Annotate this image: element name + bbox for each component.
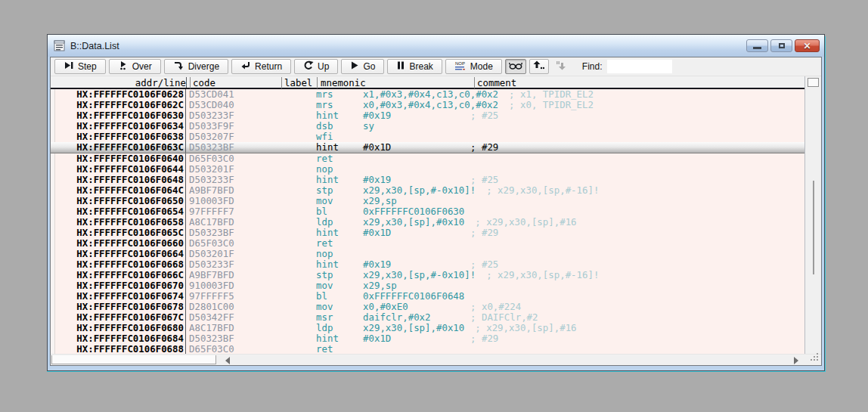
cell-label bbox=[259, 312, 313, 323]
list-row[interactable]: HX:FFFFFFC0106F0634D5033F9Fdsbsy bbox=[51, 121, 804, 132]
list-row[interactable]: HX:FFFFFFC0106F0660D65F03C0ret bbox=[51, 238, 804, 249]
column-header-label[interactable]: label bbox=[281, 77, 312, 88]
cell-address: HX:FFFFFFC0106F0650 bbox=[55, 196, 186, 206]
button-label: Up bbox=[318, 61, 329, 72]
cell-address: HX:FFFFFFC0106F0654 bbox=[55, 206, 186, 217]
go-button[interactable]: Go bbox=[341, 59, 384, 74]
arrow-up-dots-button[interactable] bbox=[529, 59, 549, 74]
cell-address: HX:FFFFFFC0106F0648 bbox=[55, 175, 186, 185]
column-header-addr[interactable]: addr/line bbox=[55, 77, 186, 88]
step-over-icon bbox=[118, 60, 129, 73]
list-row[interactable]: HX:FFFFFFC0106F0650910003FDmovx29,sp bbox=[51, 196, 804, 206]
maximize-button[interactable] bbox=[770, 39, 792, 52]
list-row[interactable]: HX:FFFFFFC0106F0678D2801C00movx0,#0xE0; … bbox=[51, 302, 804, 312]
cell-mnemonic: hint bbox=[313, 333, 363, 344]
list-row[interactable]: HX:FFFFFFC0106F0630D503233Fhint#0x19; #2… bbox=[51, 110, 804, 121]
cell-mnemonic: mrs bbox=[313, 100, 363, 110]
up-button[interactable]: Up bbox=[294, 59, 338, 74]
cell-operands: x29,x30,[sp,#-0x10]! bbox=[363, 270, 486, 280]
break-button[interactable]: Break bbox=[387, 59, 442, 74]
cell-operands: sy bbox=[363, 121, 470, 132]
list-row[interactable]: HX:FFFFFFC0106F065CD50323BFhint#0x1D; #2… bbox=[51, 228, 804, 238]
scroll-position-indicator bbox=[813, 181, 814, 274]
cell-code: D503233F bbox=[186, 259, 259, 270]
list-row[interactable]: HX:FFFFFFC0106F067CD50342FFmsrdaifclr,#0… bbox=[51, 312, 804, 323]
cell-label bbox=[259, 89, 313, 100]
over-button[interactable]: Over bbox=[109, 59, 161, 74]
cell-operands: 0xFFFFFFC0106F0630 bbox=[363, 206, 475, 217]
cell-mnemonic: bl bbox=[313, 291, 363, 302]
cell-mnemonic: bl bbox=[313, 206, 363, 217]
list-row[interactable]: HX:FFFFFFC0106F062CD53CD040mrsx0,#0x3,#0… bbox=[51, 100, 804, 110]
cell-address: HX:FFFFFFC0106F0678 bbox=[55, 302, 186, 312]
list-row[interactable]: HX:FFFFFFC0106F0688D65F03C0ret bbox=[51, 344, 804, 354]
list-row[interactable]: HX:FFFFFFC0106F064CA9BF7BFDstpx29,x30,[s… bbox=[51, 185, 804, 196]
list-row[interactable]: HX:FFFFFFC0106F0648D503233Fhint#0x19; #2… bbox=[51, 175, 804, 185]
list-row[interactable]: HX:FFFFFFC0106F0684D50323BFhint#0x1D; #2… bbox=[51, 333, 804, 344]
cell-operands bbox=[363, 153, 470, 164]
step-button[interactable]: Step bbox=[54, 59, 106, 74]
cell-address: HX:FFFFFFC0106F0634 bbox=[55, 121, 186, 132]
column-header-comment[interactable]: comment bbox=[474, 77, 516, 88]
cell-label bbox=[259, 142, 313, 153]
minimize-button[interactable] bbox=[746, 39, 768, 52]
list-row-selected[interactable]: HX:FFFFFFC0106F063CD50323BFhint#0x1D; #2… bbox=[51, 142, 804, 153]
list-row[interactable]: HX:FFFFFFC0106F0638D503207Fwfi bbox=[51, 132, 804, 142]
cell-comment bbox=[475, 206, 804, 217]
cell-mnemonic: mov bbox=[313, 280, 363, 291]
vertical-scrollbar-thumb[interactable] bbox=[808, 78, 819, 87]
list-row[interactable]: HX:FFFFFFC0106F0658A8C17BFDldpx29,x30,[s… bbox=[51, 217, 804, 228]
find-input[interactable] bbox=[607, 60, 672, 73]
disassembly-listing: addr/line code label mnemonic comment HX… bbox=[51, 76, 804, 354]
list-row[interactable]: HX:FFFFFFC0106F066CA9BF7BFDstpx29,x30,[s… bbox=[51, 270, 804, 280]
return-button[interactable]: Return bbox=[231, 59, 291, 74]
spectacles-button[interactable] bbox=[505, 59, 526, 74]
title-bar[interactable]: B::Data.List ✕ bbox=[48, 35, 824, 57]
cell-mnemonic: nop bbox=[313, 249, 363, 259]
cell-mnemonic: hint bbox=[313, 142, 363, 153]
horizontal-scrollbar[interactable] bbox=[51, 354, 821, 365]
close-button[interactable]: ✕ bbox=[795, 39, 820, 52]
list-row[interactable]: HX:FFFFFFC0106F0664D503201Fnop bbox=[51, 249, 804, 259]
list-row[interactable]: HX:FFFFFFC0106F065497FFFFF7bl0xFFFFFFC01… bbox=[51, 206, 804, 217]
cell-code: 910003FD bbox=[186, 280, 259, 291]
vertical-scrollbar[interactable] bbox=[804, 76, 821, 354]
cell-mnemonic: hint bbox=[313, 175, 363, 185]
mode-button[interactable]: NOPMode bbox=[445, 59, 502, 74]
cell-comment bbox=[470, 344, 804, 354]
cell-code: D50323BF bbox=[186, 333, 259, 344]
cell-operands: #0x19 bbox=[363, 110, 470, 121]
cell-address: HX:FFFFFFC0106F0664 bbox=[55, 249, 186, 259]
list-row[interactable]: HX:FFFFFFC0106F0680A8C17BFDldpx29,x30,[s… bbox=[51, 323, 804, 333]
list-row[interactable]: HX:FFFFFFC0106F0668D503233Fhint#0x19; #2… bbox=[51, 259, 804, 270]
cell-code: D53CD040 bbox=[186, 100, 259, 110]
list-row[interactable]: HX:FFFFFFC0106F067497FFFFF5bl0xFFFFFFC01… bbox=[51, 291, 804, 302]
cell-code: D65F03C0 bbox=[186, 238, 259, 249]
cell-label bbox=[259, 196, 313, 206]
cell-label bbox=[259, 100, 313, 110]
break-pause-icon bbox=[396, 60, 405, 73]
scroll-left-button[interactable] bbox=[223, 356, 232, 364]
list-row[interactable]: HX:FFFFFFC0106F0628D53CD041mrsx1,#0x3,#0… bbox=[51, 89, 804, 100]
column-header-mnemonic[interactable]: mnemonic bbox=[317, 77, 366, 88]
maximize-icon bbox=[779, 43, 785, 48]
address-column-scroll-thumb[interactable] bbox=[51, 355, 216, 364]
cell-label bbox=[259, 121, 313, 132]
resize-grip-icon[interactable] bbox=[811, 351, 819, 364]
cell-mnemonic: mov bbox=[313, 302, 363, 312]
cell-address: HX:FFFFFFC0106F0630 bbox=[55, 110, 186, 121]
cell-comment: ; #25 bbox=[470, 175, 804, 185]
right-arrow-icon bbox=[794, 357, 798, 364]
cell-operands bbox=[363, 164, 470, 175]
button-label: Go bbox=[363, 61, 375, 72]
diverge-button[interactable]: Diverge bbox=[164, 59, 228, 74]
scroll-right-button[interactable] bbox=[792, 356, 801, 364]
list-row[interactable]: HX:FFFFFFC0106F0644D503201Fnop bbox=[51, 164, 804, 175]
cell-code: D50323BF bbox=[186, 228, 259, 238]
client-area: StepOverDivergeReturnUpGoBreakNOPMode Fi… bbox=[50, 57, 822, 366]
column-header-row: addr/line code label mnemonic comment bbox=[51, 76, 804, 89]
list-row[interactable]: HX:FFFFFFC0106F0640D65F03C0ret bbox=[51, 153, 804, 164]
list-row[interactable]: HX:FFFFFFC0106F0670910003FDmovx29,sp bbox=[51, 280, 804, 291]
column-header-code[interactable]: code bbox=[190, 77, 215, 88]
cell-label bbox=[259, 291, 313, 302]
